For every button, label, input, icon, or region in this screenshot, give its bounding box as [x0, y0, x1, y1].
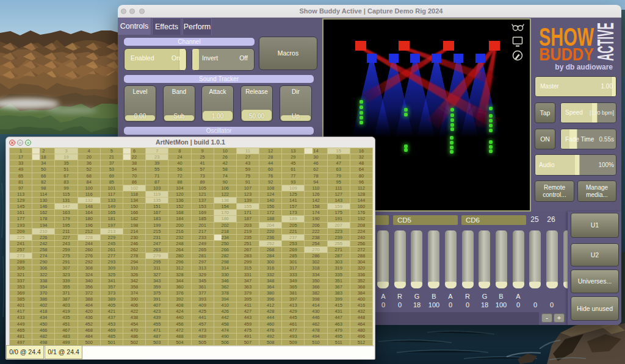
svg-text:by db audioware: by db audioware [555, 63, 613, 71]
svg-text:BUDDY: BUDDY [539, 45, 594, 64]
svg-text:ACTIVE: ACTIVE [593, 23, 618, 61]
